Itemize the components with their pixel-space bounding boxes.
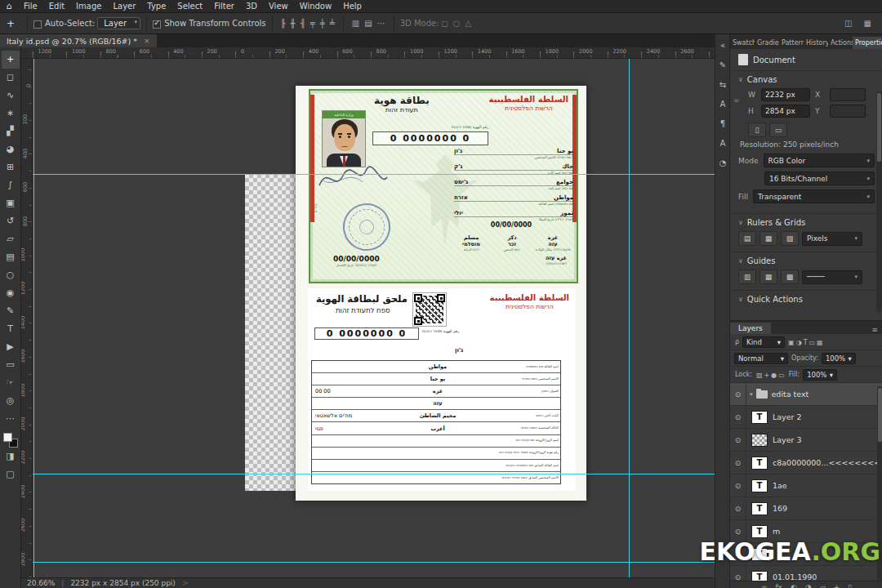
ruler-corner[interactable] xyxy=(21,47,33,59)
layer-filter-icon[interactable]: ◑ xyxy=(795,339,803,346)
guide-style-dropdown[interactable]: ────▾ xyxy=(802,270,862,284)
collapse-panels-icon[interactable]: « xyxy=(715,36,730,56)
crop-tool[interactable]: ▞ xyxy=(2,122,20,140)
layer-visibility-eye-icon[interactable]: ⊙ xyxy=(730,406,746,428)
eyedropper-tool[interactable]: ◕ xyxy=(2,140,20,158)
gradient-tool[interactable]: ▤ xyxy=(2,248,20,266)
bit-depth-dropdown[interactable]: 16 Bits/Channel▾ xyxy=(764,172,875,185)
distribute-icon[interactable]: ▤ xyxy=(362,19,374,28)
quick-mask-button[interactable]: ◨ xyxy=(2,448,20,466)
layer-filter-icon[interactable]: ▦ xyxy=(816,339,824,346)
link-dimensions-icon[interactable]: ∞ xyxy=(733,96,740,105)
align-icon[interactable]: ╫ xyxy=(288,19,298,28)
canvas-fill-dropdown[interactable]: Transparent▾ xyxy=(753,189,875,203)
rulers-grids-icon[interactable]: ▦ xyxy=(760,231,777,246)
status-arrow-icon[interactable]: > xyxy=(182,579,189,587)
group-expand-icon[interactable]: ▾ xyxy=(750,391,753,398)
lock-icon[interactable]: + xyxy=(764,372,771,379)
layer-visibility-eye-icon[interactable]: ⊙ xyxy=(730,497,746,519)
layer-row[interactable]: ⊙Tm xyxy=(730,520,882,543)
align-icon[interactable]: ╢ xyxy=(298,19,308,28)
glyphs-panel-icon[interactable]: A xyxy=(715,134,730,154)
layer-filter-icon[interactable]: ▣ xyxy=(787,339,795,346)
guide-horizontal-top[interactable] xyxy=(33,174,715,175)
layer-visibility-eye-icon[interactable]: ⊙ xyxy=(730,429,746,451)
healing-brush-tool[interactable]: ⊞ xyxy=(2,158,20,176)
mode-dropdown[interactable]: RGB Color▾ xyxy=(764,154,875,167)
distribute-icon[interactable]: ▥ xyxy=(350,19,362,28)
workspace-icon[interactable]: ▦ xyxy=(862,19,874,28)
horizontal-ruler[interactable]: 1200100080060040020002004006008001000120… xyxy=(33,47,715,59)
document-tab[interactable]: Italy id.psd @ 20.7% (RGB/16#) * × xyxy=(0,34,157,47)
guide-vertical-left[interactable] xyxy=(33,59,34,577)
blur-tool[interactable]: ○ xyxy=(2,266,20,284)
chevron-down-icon[interactable]: ∨ xyxy=(738,296,743,303)
height-field[interactable]: 2854 px xyxy=(761,105,810,118)
auto-select-checkbox[interactable] xyxy=(33,20,42,29)
menu-layer[interactable]: Layer xyxy=(107,0,141,12)
guide-horizontal-middle[interactable] xyxy=(33,474,715,474)
eraser-tool[interactable]: ▱ xyxy=(2,230,20,248)
blend-mode-dropdown[interactable]: Normal▾ xyxy=(734,353,788,364)
rectangle-tool[interactable]: ▭ xyxy=(2,356,20,374)
document-image[interactable]: السلطة الفلسطينية הרשות הפלסטינית بطاقة … xyxy=(296,86,586,501)
path-selection-tool[interactable]: ▶ xyxy=(2,338,20,356)
orientation-icon[interactable]: ▭ xyxy=(769,122,787,137)
menu-3d[interactable]: 3D xyxy=(240,0,263,12)
rulers-grids-icon[interactable]: ▤ xyxy=(738,231,756,246)
layers-bottom-icon[interactable]: ◑ xyxy=(805,581,812,588)
layers-bottom-icon[interactable]: fx xyxy=(775,581,782,588)
show-transform-checkbox[interactable] xyxy=(153,20,161,29)
more-options-icon[interactable]: ⋯ xyxy=(375,19,388,28)
history-brush-tool[interactable]: ↺ xyxy=(2,212,20,230)
canvas-section-header[interactable]: Canvas xyxy=(747,75,777,84)
swap-panel-icon[interactable]: ⇆ xyxy=(715,75,730,95)
transparent-canvas-region[interactable] xyxy=(245,174,296,491)
layer-filter-dropdown[interactable]: Kind▾ xyxy=(742,336,785,348)
panel-tab-swatches[interactable]: Swatches xyxy=(730,37,755,49)
paragraph-panel-icon[interactable]: ¶ xyxy=(715,114,730,134)
chevron-down-icon[interactable]: ∨ xyxy=(738,257,743,265)
menu-select[interactable]: Select xyxy=(172,0,208,12)
layer-filter-icon[interactable]: T xyxy=(803,339,808,346)
layer-filter-icon[interactable]: ▭ xyxy=(808,339,817,346)
layer-visibility-eye-icon[interactable]: ⊙ xyxy=(730,474,746,497)
history-panel-icon[interactable]: ◔ xyxy=(715,154,730,173)
align-icon[interactable]: ╪ xyxy=(318,19,327,28)
orientation-icon[interactable]: ▯ xyxy=(748,122,766,137)
properties-scrollbar[interactable] xyxy=(876,91,882,312)
align-icon[interactable]: ╤ xyxy=(308,19,318,28)
layer-visibility-eye-icon[interactable]: ⊙ xyxy=(730,520,746,542)
lock-icon[interactable]: ▭ xyxy=(777,372,786,379)
guide-horizontal-bottom[interactable] xyxy=(33,562,715,563)
brush-settings-panel-icon[interactable]: ✎ xyxy=(715,56,730,75)
layer-fill-field[interactable]: 100%▾ xyxy=(803,369,837,381)
tab-layers[interactable]: Layers xyxy=(730,323,771,334)
vertical-ruler[interactable]: 0200400600800100012001400160018002000220… xyxy=(21,59,33,577)
brush-tool[interactable]: ∫ xyxy=(2,176,20,194)
layer-row[interactable]: ⊙Layer 3 xyxy=(730,429,882,452)
layers-bottom-icon[interactable]: ▯ xyxy=(848,581,852,588)
layer-row[interactable]: ⊙▾edita text xyxy=(730,383,882,406)
edit-toolbar[interactable]: ⋯ xyxy=(2,410,20,428)
menu-image[interactable]: Image xyxy=(70,0,107,12)
layer-row[interactable]: ⊙T169 xyxy=(730,497,882,520)
guides-icon[interactable]: ▩ xyxy=(781,270,799,284)
lasso-tool[interactable]: ∿ xyxy=(2,87,20,105)
layer-row[interactable]: ⊙T1ae xyxy=(730,474,882,497)
quick-selection-tool[interactable]: ∗ xyxy=(2,105,20,122)
lock-icon[interactable]: ▨ xyxy=(755,372,764,379)
lock-icon[interactable]: ● xyxy=(770,372,777,379)
panel-tab-properties[interactable]: Properties xyxy=(853,37,882,49)
panel-tab-gradients[interactable]: Gradients xyxy=(755,37,779,49)
menu-edit[interactable]: Edit xyxy=(43,0,70,12)
layers-bottom-icon[interactable]: + xyxy=(834,581,840,588)
width-field[interactable]: 2232 px xyxy=(761,88,810,101)
pen-tool[interactable]: ✎ xyxy=(2,302,20,320)
guides-section-header[interactable]: Guides xyxy=(747,256,776,265)
menu-filter[interactable]: Filter xyxy=(208,0,240,12)
type-tool[interactable]: T xyxy=(2,320,20,338)
layer-visibility-eye-icon[interactable]: ⊙ xyxy=(730,383,746,405)
layers-bottom-icon[interactable]: ∞ xyxy=(761,581,768,588)
align-icon[interactable]: ╧ xyxy=(327,19,337,28)
